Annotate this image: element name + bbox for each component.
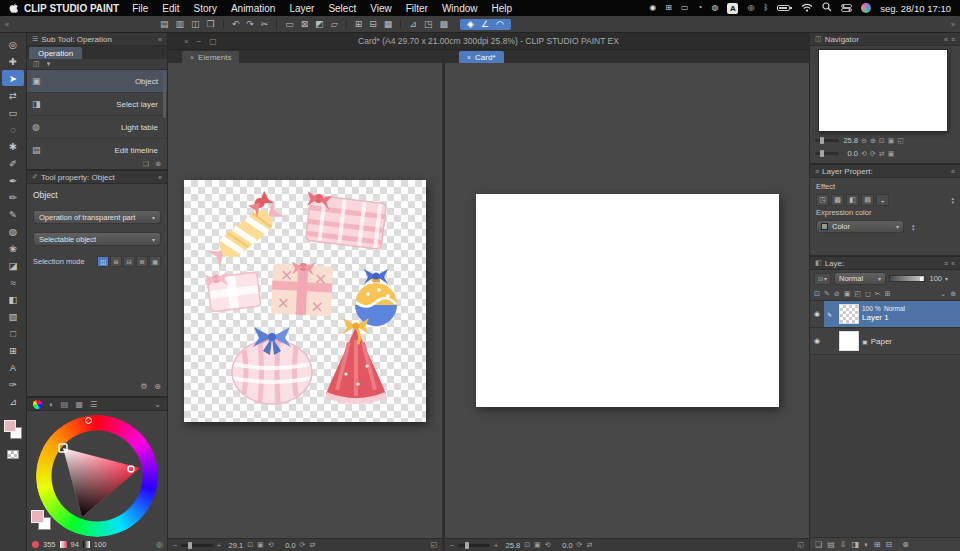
- menu-story[interactable]: Story: [187, 3, 224, 14]
- layer-row-paper[interactable]: ◉ ▣ Paper: [810, 328, 960, 355]
- collapse-panel-icon[interactable]: «: [951, 260, 955, 267]
- tone-effect-icon[interactable]: ▩: [831, 194, 844, 206]
- zoom-out-icon[interactable]: −: [450, 542, 454, 549]
- main-color-chip[interactable]: [31, 510, 44, 523]
- apple-menu-icon[interactable]: [9, 3, 18, 14]
- gradient-tool[interactable]: ▧: [2, 308, 24, 324]
- transparent-operation-dropdown[interactable]: Operation of transparent part ▾: [33, 210, 161, 224]
- ruler-tool[interactable]: ⊿: [2, 393, 24, 409]
- set-ruler-icon[interactable]: ◻: [865, 290, 871, 298]
- visibility-eye-icon[interactable]: ◉: [810, 310, 824, 318]
- collapse-left-icon[interactable]: «: [0, 20, 14, 29]
- menu-file[interactable]: File: [125, 3, 155, 14]
- flip-horizontal-icon[interactable]: ⇄: [309, 541, 315, 549]
- zoom-out-icon[interactable]: −: [173, 542, 177, 549]
- account-icon[interactable]: ◎: [747, 4, 754, 12]
- menu-animation[interactable]: Animation: [224, 3, 282, 14]
- enable-mask-icon[interactable]: ◰: [854, 290, 861, 298]
- mirroring-icon[interactable]: ⊞: [665, 4, 672, 12]
- panel-menu-icon[interactable]: ≡: [951, 36, 955, 43]
- color-wheel[interactable]: [36, 415, 158, 537]
- fullscreen-icon[interactable]: ◱: [897, 137, 904, 145]
- stepper-down-icon[interactable]: ▾: [912, 227, 915, 231]
- subtool-item-object[interactable]: ▣ Object: [27, 70, 167, 93]
- tab-card[interactable]: × Card*: [459, 51, 504, 63]
- zoom-in-icon[interactable]: +: [494, 542, 498, 549]
- play-icon[interactable]: ◔: [698, 4, 703, 12]
- layer-row-layer1[interactable]: ◉ ✎ 100 % Normal Layer 1: [810, 301, 960, 328]
- zoom-slider[interactable]: [181, 544, 213, 547]
- selection-mode-subtract-button[interactable]: ⊟: [123, 256, 135, 267]
- spotlight-search-icon[interactable]: [822, 2, 832, 14]
- subtool-sort-icon[interactable]: ▾: [47, 60, 51, 68]
- maximize-window-icon[interactable]: ▢: [209, 37, 217, 46]
- delete-subtool-icon[interactable]: ⊗: [155, 160, 161, 168]
- collapse-panel-icon[interactable]: «: [158, 174, 162, 181]
- new-raster-layer-icon[interactable]: ❏: [815, 540, 822, 549]
- chevron-down-icon[interactable]: ▾: [945, 275, 948, 282]
- auto-select-tool[interactable]: ✱: [2, 138, 24, 154]
- saturation-value-triangle[interactable]: [36, 415, 158, 537]
- rotate-ccw-icon[interactable]: ⟲: [545, 541, 551, 549]
- new-document-icon[interactable]: ▤: [160, 20, 169, 29]
- selection-mode-multiply-button[interactable]: ▦: [149, 256, 161, 267]
- redo-icon[interactable]: ↷: [246, 20, 254, 29]
- flip-horizontal-icon[interactable]: ⇄: [879, 150, 885, 158]
- paper-checkbox-icon[interactable]: ▣: [862, 338, 868, 345]
- invert-selection-icon[interactable]: ◩: [315, 20, 324, 29]
- collapse-panel-icon[interactable]: «: [944, 36, 948, 43]
- actual-size-icon[interactable]: ▣: [534, 541, 541, 549]
- move-screen-tool[interactable]: ✚: [2, 53, 24, 69]
- camera-icon[interactable]: ◍: [711, 4, 718, 12]
- eraser-tool[interactable]: ◪: [2, 257, 24, 273]
- siri-icon[interactable]: [861, 3, 871, 13]
- figure-tool[interactable]: □: [2, 325, 24, 341]
- new-folder-icon[interactable]: ▤: [827, 540, 835, 549]
- add-effect-icon[interactable]: ⊕: [950, 290, 956, 298]
- operation-tool[interactable]: ➤: [2, 70, 24, 86]
- expand-icon[interactable]: ◱: [430, 541, 437, 549]
- special-ruler-icon[interactable]: ◳: [424, 20, 433, 29]
- expression-stepper[interactable]: ▴ ▾: [912, 223, 915, 231]
- transfer-to-lower-icon[interactable]: ⇩: [840, 540, 847, 549]
- battery-icon[interactable]: [777, 5, 790, 11]
- zoom-out-icon[interactable]: ⊖: [861, 137, 867, 145]
- lock-layer-icon[interactable]: ⊘: [834, 290, 840, 298]
- selection-icon[interactable]: ▭: [285, 20, 294, 29]
- navigator-zoom-slider[interactable]: [815, 139, 839, 142]
- perspective-ruler-icon[interactable]: ▩: [439, 20, 448, 29]
- panel-menu-icon[interactable]: ≡: [944, 260, 948, 267]
- fit-to-screen-icon[interactable]: ⊡: [524, 541, 530, 549]
- brush-tool[interactable]: ✎: [2, 206, 24, 222]
- color-set-tab[interactable]: ▤: [61, 400, 69, 409]
- border-effect-icon[interactable]: ◳: [816, 194, 829, 206]
- reset-rotation-icon[interactable]: ▣: [888, 150, 895, 158]
- pin-palette-icon[interactable]: ⊡: [814, 290, 820, 298]
- fill-tool[interactable]: ◧: [2, 291, 24, 307]
- menu-help[interactable]: Help: [485, 3, 520, 14]
- blend-mode-dropdown[interactable]: Normal ▾: [834, 272, 886, 285]
- expand-icon[interactable]: ◱: [797, 541, 804, 549]
- main-color-swatch[interactable]: [4, 420, 16, 432]
- layer-thumbnail[interactable]: [839, 304, 859, 324]
- lock-transparent-pixel-icon[interactable]: ▣: [844, 290, 851, 298]
- selection-mode-intersect-button[interactable]: ⊠: [136, 256, 148, 267]
- pen-tool[interactable]: ✒: [2, 172, 24, 188]
- selectable-object-dropdown[interactable]: Selectable object ▾: [33, 232, 161, 246]
- selection-mode-new-button[interactable]: ◫: [97, 256, 109, 267]
- create-mask-icon[interactable]: ◐: [864, 540, 869, 549]
- menu-filter[interactable]: Filter: [399, 3, 435, 14]
- apply-mask-icon[interactable]: ⊞: [874, 540, 881, 549]
- card-canvas[interactable]: [476, 194, 779, 407]
- extract-line-icon[interactable]: ▤: [861, 194, 874, 206]
- close-tab-icon[interactable]: ×: [467, 54, 471, 61]
- correct-line-tool[interactable]: ✑: [2, 376, 24, 392]
- menu-select[interactable]: Select: [321, 3, 363, 14]
- rotate-ccw-icon[interactable]: ⟲: [268, 541, 274, 549]
- merge-down-icon[interactable]: ◨: [851, 540, 859, 549]
- draft-layer-icon[interactable]: ✎: [824, 290, 830, 298]
- color-slider-tab[interactable]: ◐: [49, 400, 54, 409]
- reference-layer-icon[interactable]: ⊞: [885, 290, 891, 298]
- layer-color-icon[interactable]: ◧: [846, 194, 859, 206]
- color-picker-icon[interactable]: ◎: [156, 540, 163, 549]
